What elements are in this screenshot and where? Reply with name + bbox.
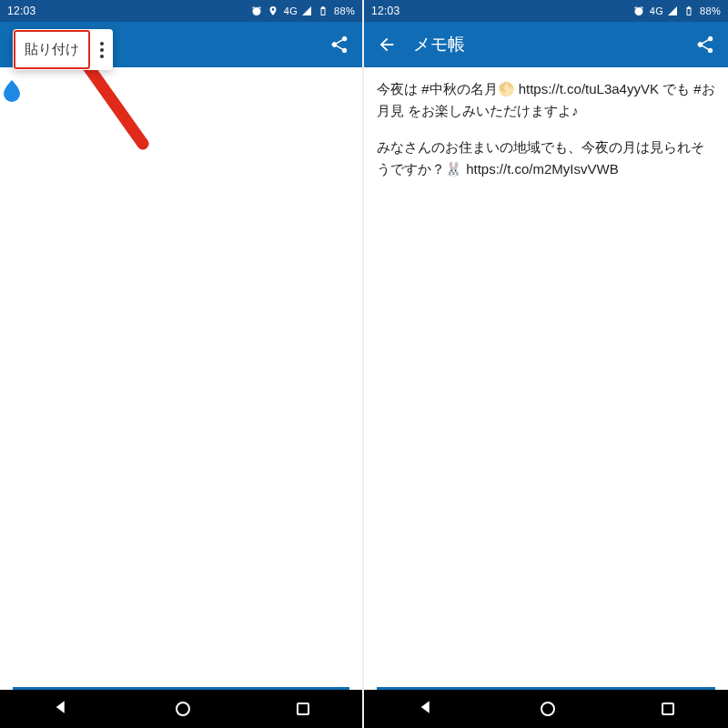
paste-menu-item[interactable]: 貼り付け: [14, 30, 90, 69]
status-bar: 12:03 4G 88%: [0, 0, 362, 22]
arrow-back-icon: [377, 35, 397, 55]
note-content[interactable]: 今夜は #中秋の名月🌕 https://t.co/tuL3a4yyVK でも #…: [364, 67, 728, 687]
battery-icon: [683, 5, 694, 16]
nav-home-icon: [176, 702, 190, 716]
back-button[interactable]: [373, 31, 400, 58]
nav-back-icon: [418, 699, 434, 715]
nav-home-button[interactable]: [172, 698, 194, 720]
note-paragraph-2: みなさんのお住まいの地域でも、今夜の月は見られそうですか？🐰 https://t…: [377, 136, 715, 180]
context-menu: 貼り付け: [13, 29, 113, 70]
network-type: 4G: [284, 5, 298, 16]
nav-back-button[interactable]: [49, 695, 73, 723]
nav-recent-icon: [297, 703, 309, 715]
nav-bar: [364, 690, 728, 728]
alarm-icon: [251, 5, 262, 16]
nav-bar: [0, 690, 362, 728]
nav-recent-button[interactable]: [658, 699, 678, 719]
network-type: 4G: [650, 5, 663, 16]
app-title: メモ帳: [413, 33, 465, 56]
app-bar: メモ帳: [364, 22, 728, 67]
screenshot-left: 12:03 4G 88% 貼り付け: [0, 0, 364, 728]
nav-recent-button[interactable]: [293, 699, 313, 719]
status-time: 12:03: [7, 5, 36, 17]
note-paragraph-1: 今夜は #中秋の名月🌕 https://t.co/tuL3a4yyVK でも #…: [377, 78, 715, 122]
screenshot-right: 12:03 4G 88% メモ帳 今夜は #中秋の名月🌕 https://t.c…: [364, 0, 728, 728]
context-menu-more[interactable]: [91, 35, 113, 66]
share-button[interactable]: [692, 31, 719, 58]
note-content-empty[interactable]: [0, 67, 362, 687]
share-icon: [695, 35, 715, 55]
nav-recent-icon: [662, 703, 674, 715]
battery-percent: 88%: [700, 5, 721, 16]
text-cursor-handle[interactable]: [4, 80, 20, 102]
location-icon: [268, 5, 278, 16]
nav-home-icon: [541, 702, 555, 716]
alarm-icon: [633, 5, 644, 16]
signal-icon: [301, 5, 312, 16]
nav-back-icon: [53, 699, 69, 715]
share-button[interactable]: [326, 31, 353, 58]
nav-home-button[interactable]: [537, 698, 559, 720]
status-bar: 12:03 4G 88%: [364, 0, 728, 22]
signal-icon: [667, 5, 678, 16]
share-icon: [329, 35, 349, 55]
status-time: 12:03: [371, 5, 400, 17]
nav-back-button[interactable]: [414, 695, 438, 723]
battery-percent: 88%: [334, 5, 355, 16]
battery-icon: [318, 5, 329, 16]
